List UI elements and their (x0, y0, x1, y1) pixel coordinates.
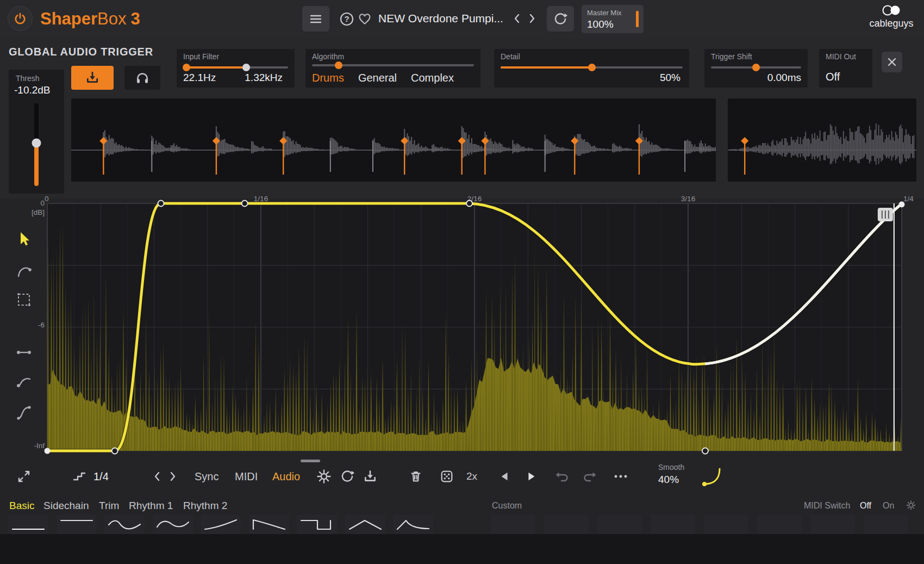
midi-switch-off-button[interactable]: Off (860, 501, 871, 511)
thresh-slider[interactable] (34, 103, 39, 186)
algorithm-slider-handle[interactable] (335, 61, 342, 69)
input-filter-high-handle[interactable] (242, 64, 250, 71)
help-button[interactable]: ? (334, 6, 359, 32)
curve-node-icon (16, 374, 32, 391)
midi-out-panel[interactable]: MIDI Out Off (819, 49, 872, 88)
wave-shape-peak-button[interactable] (393, 515, 433, 534)
input-filter-label: Input Filter (183, 52, 219, 61)
trigger-shift-handle[interactable] (752, 64, 760, 71)
preset-next-button[interactable] (525, 11, 539, 26)
wave-shape-ramp-down-button[interactable] (249, 515, 289, 534)
line-node-tool-button[interactable] (14, 343, 34, 362)
tab-trim[interactable]: Trim (99, 500, 119, 512)
mode-audio-button[interactable]: Audio (272, 470, 300, 483)
shift-left-button[interactable] (493, 464, 517, 488)
smooth-value[interactable]: 40% (658, 474, 679, 486)
expand-icon (16, 469, 32, 484)
detail-slider[interactable] (501, 66, 683, 69)
algorithm-option-general[interactable]: General (358, 72, 397, 84)
loop-icon (340, 469, 354, 484)
toolbar-drag-handle[interactable] (301, 460, 320, 462)
smooth-curve-icon (700, 466, 724, 488)
ab-compare-button[interactable] (547, 6, 574, 32)
time-label-0: 0 (45, 195, 49, 203)
multiply-button[interactable]: 2x (466, 470, 477, 482)
algorithm-option-complex[interactable]: Complex (411, 72, 454, 84)
tab-sidechain[interactable]: Sidechain (43, 500, 89, 512)
algorithm-panel: Algorithm Drums General Complex (305, 49, 480, 88)
master-mix-slider[interactable] (636, 11, 639, 27)
draw-tool-button[interactable] (14, 261, 34, 280)
midi-switch-on-button[interactable]: On (883, 501, 894, 511)
algorithm-slider[interactable] (312, 64, 474, 66)
trigger-shift-slider[interactable] (711, 66, 801, 69)
wave-shape-sine-button[interactable] (104, 515, 145, 534)
more-options-button[interactable] (609, 464, 633, 488)
trash-icon (409, 469, 423, 484)
curve-node-tool-button[interactable] (14, 373, 34, 392)
midi-switch-settings-button[interactable] (906, 500, 916, 511)
select-tool-button[interactable] (14, 290, 34, 309)
preset-prev-button[interactable] (510, 11, 524, 26)
wave-shape-triangle-button[interactable] (345, 515, 385, 534)
input-filter-high-value: 1.32kHz (245, 72, 283, 84)
delete-wave-button[interactable] (404, 464, 428, 488)
custom-slot-button[interactable] (491, 515, 535, 534)
trigger-mode-button[interactable] (358, 464, 382, 488)
randomize-button[interactable] (435, 464, 459, 488)
preset-favorite-button[interactable] (358, 13, 372, 26)
power-button[interactable] (8, 6, 33, 31)
rate-next-button[interactable] (161, 464, 185, 488)
trigger-listen-button[interactable] (124, 66, 160, 90)
wave-mode-button[interactable] (67, 464, 91, 488)
algorithm-options: Drums General Complex (312, 72, 454, 84)
detail-label: Detail (501, 52, 520, 61)
loop-button[interactable] (335, 464, 359, 488)
custom-slot-button[interactable] (704, 515, 748, 534)
mode-sync-button[interactable]: Sync (195, 470, 218, 483)
s-curve-node-icon (16, 405, 32, 421)
undo-button[interactable] (551, 464, 575, 488)
input-filter-slider[interactable] (183, 66, 288, 69)
custom-slot-button[interactable] (544, 515, 589, 534)
cursor-icon (16, 231, 32, 247)
wave-shape-flat-button[interactable] (8, 515, 48, 534)
wave-shape-ramp-up-button[interactable] (201, 515, 241, 534)
custom-slot-button[interactable] (597, 515, 642, 534)
algorithm-option-drums[interactable]: Drums (312, 72, 344, 84)
redo-button[interactable] (577, 464, 601, 488)
smooth-control[interactable] (700, 466, 724, 488)
custom-slot-button[interactable] (864, 515, 908, 534)
thresh-slider-handle[interactable] (32, 138, 41, 147)
ramp-down-wave-icon (252, 518, 286, 531)
s-curve-node-tool-button[interactable] (14, 403, 34, 423)
mode-midi-button[interactable]: MIDI (235, 470, 258, 483)
custom-slot-button[interactable] (651, 515, 695, 534)
svg-text:?: ? (344, 14, 349, 23)
steps-icon (72, 469, 86, 484)
shift-right-button[interactable] (519, 464, 543, 488)
master-mix-control[interactable]: Master Mix 100% (582, 5, 644, 33)
menu-button[interactable] (302, 6, 329, 32)
rate-value[interactable]: 1/4 (93, 470, 109, 483)
heart-icon (358, 13, 372, 26)
lfo-editor-canvas[interactable] (47, 203, 902, 451)
logo-version: 3 (131, 9, 140, 28)
trigger-sidechain-svg (728, 98, 916, 182)
audio-trigger-enable-button[interactable] (71, 66, 114, 90)
settings-button[interactable] (312, 464, 336, 488)
close-trigger-button[interactable] (882, 52, 902, 72)
input-filter-low-handle[interactable] (183, 64, 190, 71)
wave-shape-high-button[interactable] (57, 515, 97, 534)
tab-rhythm-2[interactable]: Rhythm 2 (183, 500, 227, 512)
custom-slot-button[interactable] (810, 515, 855, 534)
tab-rhythm-1[interactable]: Rhythm 1 (129, 500, 173, 512)
pointer-tool-button[interactable] (14, 229, 34, 249)
expand-editor-button[interactable] (12, 464, 36, 488)
preset-name[interactable]: NEW Overdone Pumpi... (378, 12, 508, 25)
detail-slider-handle[interactable] (588, 64, 596, 71)
wave-shape-square-button[interactable] (297, 515, 337, 534)
custom-slot-button[interactable] (757, 515, 802, 534)
wave-shape-sine-shift-button[interactable] (153, 515, 193, 534)
tab-basic[interactable]: Basic (9, 500, 34, 512)
